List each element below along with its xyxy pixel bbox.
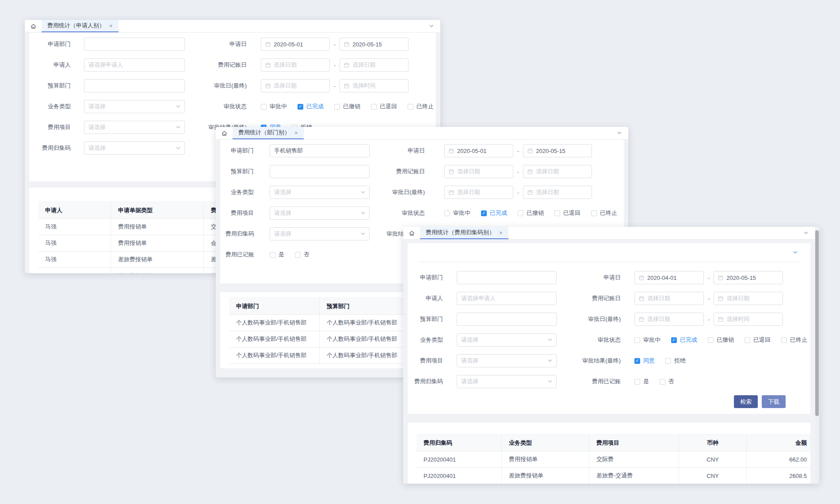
range-dash: -: [708, 316, 710, 323]
checkbox-unchecked[interactable]: [518, 210, 523, 216]
home-icon[interactable]: [403, 227, 420, 239]
text-input[interactable]: [84, 79, 185, 92]
chevron-down-icon[interactable]: [429, 20, 434, 32]
date-input-to[interactable]: 选择时间: [340, 79, 409, 92]
date-input-from[interactable]: 选择日期: [444, 165, 513, 178]
checkbox-unchecked[interactable]: [371, 104, 377, 110]
form-row: 费用项目请选择: [225, 206, 370, 220]
date-input-to[interactable]: 选择日期: [340, 58, 409, 72]
date-input-to[interactable]: 选择日期: [523, 165, 592, 178]
date-input-from[interactable]: 2020-04-01: [634, 271, 704, 284]
select-input[interactable]: 请选择: [270, 186, 370, 199]
checkbox-option[interactable]: 否: [295, 251, 309, 259]
column-header: 金额: [747, 435, 811, 451]
checkbox-unchecked[interactable]: [295, 252, 301, 258]
checkbox-unchecked[interactable]: [444, 210, 450, 216]
chevron-down-icon[interactable]: [803, 227, 809, 239]
checkbox-option[interactable]: 已撤销: [334, 103, 360, 111]
home-icon[interactable]: [216, 127, 233, 139]
text-input[interactable]: 请选择申请人: [457, 292, 557, 305]
date-input-from[interactable]: 选择日期: [261, 58, 330, 72]
scrollbar-track[interactable]: [815, 227, 819, 484]
tab-collection-code[interactable]: 费用统计（费用归集码别）×: [420, 227, 508, 239]
date-input-from[interactable]: 选择日期: [261, 79, 330, 92]
date-input-from[interactable]: 2020-05-01: [261, 38, 330, 51]
text-input[interactable]: 手机销售部: [270, 144, 370, 157]
checkbox-checked[interactable]: ✓: [481, 210, 487, 216]
checkbox-checked[interactable]: ✓: [634, 358, 640, 364]
checkbox-option[interactable]: 已终止: [408, 103, 434, 111]
text-input[interactable]: [270, 165, 370, 178]
chevron-down-icon[interactable]: [793, 250, 798, 255]
checkbox-option[interactable]: 拒绝: [665, 357, 686, 365]
checkbox-option[interactable]: 已撤销: [708, 336, 734, 344]
text-input[interactable]: [84, 38, 185, 51]
checkbox-unchecked[interactable]: [591, 210, 597, 216]
checkbox-unchecked[interactable]: [408, 104, 413, 110]
close-icon[interactable]: ×: [294, 130, 298, 136]
checkbox-option[interactable]: 已退回: [554, 209, 580, 217]
checkbox-checked[interactable]: ✓: [671, 337, 677, 343]
checkbox-option[interactable]: 审批中: [634, 336, 661, 344]
date-input-to[interactable]: 选择日期: [523, 186, 592, 199]
date-input-to[interactable]: 2020-05-15: [523, 144, 592, 157]
select-input[interactable]: 请选择: [84, 141, 185, 155]
select-input[interactable]: 请选择: [270, 227, 370, 241]
tab-department[interactable]: 费用统计（部门别）×: [233, 127, 304, 139]
download-button[interactable]: 下载: [762, 395, 786, 408]
select-input[interactable]: 请选择: [84, 100, 185, 113]
checkbox-unchecked[interactable]: [261, 104, 267, 110]
select-input[interactable]: 请选择: [457, 333, 557, 347]
date-input-to[interactable]: 2020-05-15: [340, 38, 409, 51]
text-input[interactable]: [457, 313, 557, 326]
close-icon[interactable]: ×: [499, 230, 503, 236]
scrollbar-thumb[interactable]: [815, 230, 819, 416]
checkbox-unchecked[interactable]: [660, 379, 665, 385]
checkbox-unchecked[interactable]: [781, 337, 787, 343]
checkbox-option[interactable]: ✓已完成: [671, 336, 697, 344]
checkbox-option[interactable]: 否: [660, 378, 674, 386]
checkbox-unchecked[interactable]: [708, 337, 714, 343]
checkbox-unchecked[interactable]: [634, 337, 640, 343]
select-input[interactable]: 请选择: [84, 121, 185, 134]
tab-applicant[interactable]: 费用统计（申请人别）×: [42, 20, 118, 32]
checkbox-option[interactable]: 是: [634, 378, 649, 386]
checkbox-option[interactable]: 是: [270, 251, 284, 259]
calendar-icon: [718, 296, 723, 301]
text-input[interactable]: 请选择申请人: [84, 58, 185, 72]
checkbox-option[interactable]: 已终止: [781, 336, 807, 344]
select-input[interactable]: 请选择: [457, 354, 557, 367]
checkbox-checked[interactable]: ✓: [298, 104, 303, 110]
checkbox-unchecked[interactable]: [665, 358, 671, 364]
checkbox-option[interactable]: ✓已完成: [298, 103, 324, 111]
text-input[interactable]: [457, 271, 557, 284]
checkbox-option[interactable]: 已退回: [745, 336, 771, 344]
checkbox-unchecked[interactable]: [270, 252, 275, 258]
checkbox-unchecked[interactable]: [554, 210, 560, 216]
checkbox-option[interactable]: 审批中: [444, 209, 470, 217]
checkbox-option[interactable]: 审批中: [261, 103, 287, 111]
checkbox-option[interactable]: 已退回: [371, 103, 397, 111]
checkbox-option[interactable]: 已终止: [591, 209, 617, 217]
date-input-from[interactable]: 选择日期: [634, 292, 704, 305]
home-icon[interactable]: [25, 20, 42, 32]
checkbox-option[interactable]: ✓同意: [634, 357, 655, 365]
chevron-down-icon: [547, 337, 553, 343]
checkbox-unchecked[interactable]: [745, 337, 750, 343]
date-input-from[interactable]: 选择日期: [444, 186, 513, 199]
checkbox-option[interactable]: 已撤销: [518, 209, 544, 217]
date-input-to[interactable]: 选择时间: [714, 313, 783, 326]
close-icon[interactable]: ×: [109, 23, 113, 29]
date-input-to[interactable]: 2020-05-15: [714, 271, 783, 284]
date-input-from[interactable]: 选择日期: [634, 313, 704, 326]
checkbox-unchecked[interactable]: [634, 379, 640, 385]
select-input[interactable]: 请选择: [270, 206, 370, 220]
calendar-icon: [527, 148, 533, 153]
date-input-from[interactable]: 2020-05-01: [444, 144, 513, 157]
select-input[interactable]: 请选择: [457, 375, 557, 388]
search-button[interactable]: 检索: [734, 395, 758, 408]
checkbox-option[interactable]: ✓已完成: [481, 209, 507, 217]
checkbox-unchecked[interactable]: [334, 104, 340, 110]
chevron-down-icon[interactable]: [617, 127, 622, 139]
date-input-to[interactable]: 选择日期: [714, 292, 783, 305]
